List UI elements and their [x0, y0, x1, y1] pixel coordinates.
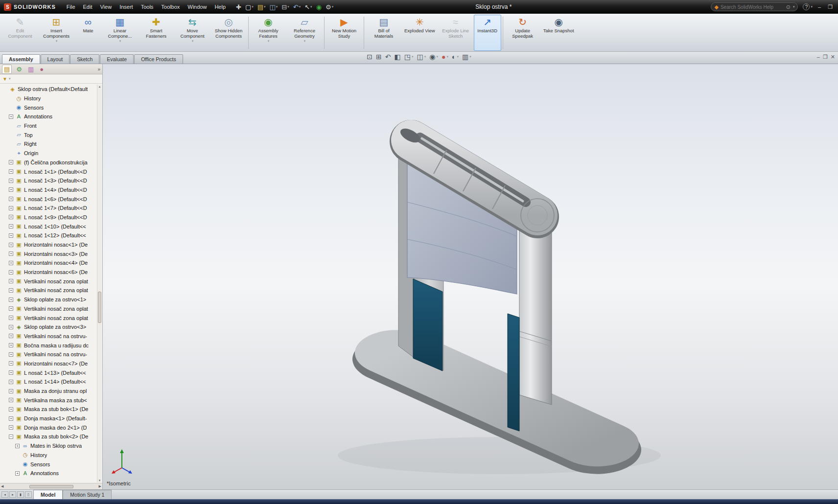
- tree-item[interactable]: ◉Sensors: [1, 459, 96, 469]
- scroll-right-icon[interactable]: ▸: [9, 491, 16, 498]
- tree-item[interactable]: +▣Bočna maska u radijusu dc: [1, 341, 96, 350]
- expand-toggle[interactable]: +: [9, 197, 13, 201]
- menu-window[interactable]: Window: [184, 2, 210, 11]
- move-component-button[interactable]: ⇆Move Component▾: [174, 15, 210, 51]
- print-button[interactable]: ⊟▾: [280, 3, 290, 11]
- tree-item[interactable]: +▣L nosač 1<12> (Default<<: [1, 231, 96, 240]
- help-button[interactable]: ? ▾: [803, 3, 813, 10]
- expand-toggle[interactable]: +: [9, 288, 13, 293]
- expand-toggle[interactable]: +: [9, 279, 13, 283]
- scroll-down-icon[interactable]: ▼: [97, 479, 102, 482]
- featuremanager-tab-button[interactable]: ▤: [2, 65, 12, 74]
- tree-item[interactable]: +AAnnotations: [1, 112, 96, 121]
- scroll-left-icon[interactable]: ◀: [1, 484, 3, 488]
- help-search-box[interactable]: ◆ ⊙ ▾: [711, 2, 798, 11]
- scrollbar-thumb[interactable]: [98, 292, 101, 323]
- tree-item[interactable]: +▣L nosač 1<3> (Default<<D: [1, 176, 96, 185]
- update-speedpak-button[interactable]: ↻Update Speedpak: [505, 15, 541, 51]
- expand-toggle[interactable]: +: [9, 298, 13, 302]
- filter-icon[interactable]: ▼: [2, 76, 7, 82]
- tree-item[interactable]: ⌖Origin: [1, 149, 96, 158]
- expand-toggle[interactable]: +: [9, 352, 13, 357]
- tree-item[interactable]: +▣L nosač 1<1> (Default<<D: [1, 167, 96, 176]
- smart-fasteners-button[interactable]: ✚Smart Fasteners: [138, 15, 174, 51]
- select-button[interactable]: ↖▾: [303, 3, 313, 11]
- expand-toggle[interactable]: +: [9, 398, 13, 402]
- tree-item[interactable]: +▣L nosač 1<7> (Default<<D: [1, 204, 96, 213]
- expand-toggle[interactable]: +: [9, 270, 13, 275]
- tree-item[interactable]: +▣L nosač 1<9> (Default<<D: [1, 213, 96, 222]
- 3d-model[interactable]: [103, 64, 838, 489]
- tree-item[interactable]: ▱Top: [1, 130, 96, 139]
- graphics-viewport[interactable]: *Isometric: [103, 64, 838, 489]
- linear-pattern-button[interactable]: ▦Linear Compone...▾: [102, 15, 138, 51]
- expand-toggle[interactable]: +: [9, 306, 13, 311]
- menu-toolbox[interactable]: Toolbox: [157, 2, 184, 11]
- tree-item[interactable]: +▣Maska za donju stranu opl: [1, 387, 96, 396]
- zoom-to-area-button[interactable]: ⊞: [376, 53, 382, 61]
- rebuild-button[interactable]: ◉: [315, 3, 323, 11]
- expand-toggle[interactable]: +: [9, 316, 13, 320]
- tree-item[interactable]: +▣L nosač 1<6> (Default<<D: [1, 194, 96, 204]
- tree-item[interactable]: +▣L nosač 1<14> (Default<<: [1, 377, 96, 387]
- tree-item[interactable]: ◈Sklop ostrva (Default<Default: [1, 85, 96, 94]
- tree-item[interactable]: +▣Donja maska deo 2<1> (D: [1, 423, 96, 432]
- pin-button[interactable]: ✚: [234, 3, 243, 11]
- tree-item[interactable]: ▱Front: [1, 121, 96, 131]
- exploded-view-button[interactable]: ✳Exploded View: [402, 15, 438, 51]
- expand-toggle[interactable]: +: [15, 444, 20, 448]
- tree-item[interactable]: +▣Maska za stub bok<1> (De: [1, 405, 96, 414]
- expand-toggle[interactable]: +: [9, 179, 13, 183]
- scroll-right-icon[interactable]: ▶: [99, 484, 101, 488]
- open-button[interactable]: ▤▾: [256, 3, 267, 11]
- zoom-to-fit-button[interactable]: ⊡: [367, 53, 372, 61]
- configurationmanager-tab-button[interactable]: ▥: [26, 65, 35, 73]
- tree-item[interactable]: +◈Sklop oplate za ostrvo<3>: [1, 322, 96, 332]
- chevron-down-icon[interactable]: ▾: [793, 5, 795, 9]
- doc-close-button[interactable]: ✕: [831, 54, 835, 60]
- panel-overflow-chevron[interactable]: »: [97, 67, 100, 72]
- expand-toggle[interactable]: +: [9, 115, 13, 119]
- doc-minimize-button[interactable]: –: [817, 54, 820, 60]
- scroll-up-icon[interactable]: ▲: [97, 85, 102, 88]
- tree-item[interactable]: +▣Horizontalni nosac<1> (De: [1, 240, 96, 250]
- displaymanager-tab-button[interactable]: ●: [38, 65, 45, 73]
- menu-insert[interactable]: Insert: [116, 2, 137, 11]
- mate-button[interactable]: ∞Mate: [74, 15, 102, 51]
- expand-toggle[interactable]: +: [9, 370, 13, 375]
- assembly-features-button[interactable]: ◉Assembly Features▾: [250, 15, 286, 51]
- expand-toggle[interactable]: +: [9, 425, 13, 430]
- tree-item[interactable]: ▱Right: [1, 139, 96, 149]
- options-button[interactable]: ⚙▾: [324, 3, 335, 11]
- tree-item[interactable]: +▣L nosač 1<10> (Default<<: [1, 222, 96, 231]
- tab-evaluate[interactable]: Evaluate: [100, 54, 134, 64]
- tree-item[interactable]: +▣Vertikalni nosač na ostrvu-: [1, 332, 96, 341]
- expand-toggle[interactable]: +: [9, 261, 13, 265]
- expand-toggle[interactable]: +: [15, 471, 20, 476]
- view-orientation-button[interactable]: ◳▾: [404, 53, 414, 61]
- tab-model[interactable]: Model: [33, 490, 63, 499]
- restore-button[interactable]: ❐: [826, 4, 834, 10]
- expand-toggle[interactable]: +: [9, 215, 13, 219]
- splitter-icon[interactable]: ▮: [17, 491, 24, 498]
- tree-vertical-scrollbar[interactable]: ▲ ▼: [97, 85, 102, 482]
- expand-toggle[interactable]: +: [9, 334, 13, 338]
- expand-toggle[interactable]: +: [9, 169, 13, 174]
- expand-toggle[interactable]: +: [9, 252, 13, 256]
- menu-file[interactable]: File: [63, 2, 79, 11]
- tree-item[interactable]: ◷History: [1, 94, 96, 103]
- show-hidden-button[interactable]: ◎Show Hidden Components: [210, 15, 247, 51]
- scroll-left-icon[interactable]: ◂: [1, 491, 8, 498]
- instant3d-button[interactable]: ↗Instant3D: [474, 15, 501, 51]
- menu-help[interactable]: Help: [210, 2, 230, 11]
- splitter-icon[interactable]: ▯: [25, 491, 32, 498]
- search-icon[interactable]: ⊙: [786, 4, 791, 10]
- tree-item[interactable]: −▣Maska za stub bok<2> (De: [1, 432, 96, 441]
- tree-item[interactable]: +▣Horizontalni nosac<6> (De: [1, 268, 96, 277]
- tree-item[interactable]: +▣Vertikalni nosač na ostrvu-: [1, 350, 96, 359]
- tab-motion-study-1[interactable]: Motion Study 1: [63, 490, 112, 499]
- menu-edit[interactable]: Edit: [79, 2, 96, 11]
- tree-item[interactable]: +▣Vertikalni nosač zona oplat: [1, 286, 96, 295]
- expand-toggle[interactable]: +: [9, 416, 13, 421]
- scrollbar-thumb[interactable]: [29, 485, 73, 488]
